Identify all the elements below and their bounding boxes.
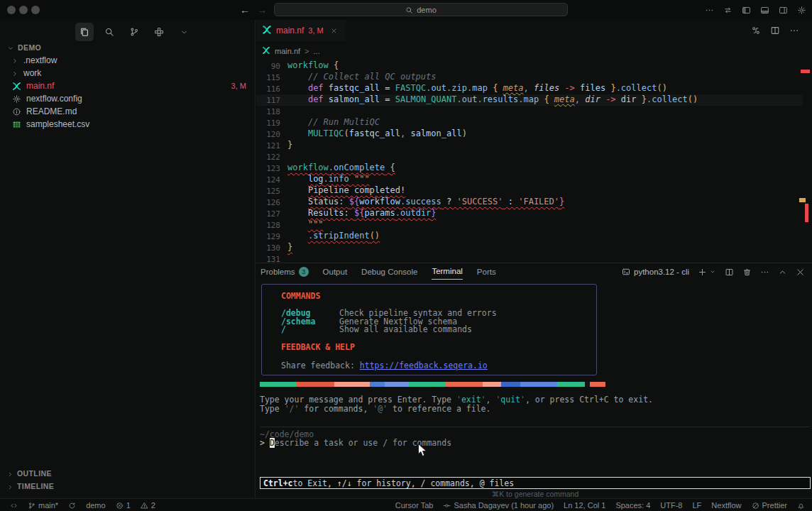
breadcrumb[interactable]: main.nf > ... [262,44,320,58]
bell-icon [797,500,805,510]
tree-item--nextflow[interactable]: .nextflow [0,54,256,67]
status-right-bell[interactable] [797,500,805,510]
command-description: Show all available commands [339,326,472,334]
code-line[interactable]: 115 // Collect all QC outputs [256,72,803,83]
code-line[interactable]: 119 // Run MultiQC [256,117,803,128]
chevron-down-small-icon[interactable] [709,266,716,276]
close-icon[interactable] [796,266,805,276]
tree-item-work[interactable]: work [0,67,256,79]
status-left-demo[interactable]: demo [86,501,106,510]
line-number: 117 [256,94,280,106]
status-right-ln-12-col-1[interactable]: Ln 12, Col 1 [564,501,605,510]
activity-extensions-icon[interactable] [150,23,168,41]
code-line[interactable]: 120 MULTIQC(fastqc_all, salmon_all) [256,128,803,140]
panel-tabs: Problems3OutputDebug ConsoleTerminalPort… [256,263,496,280]
tab-close-icon[interactable] [331,26,337,35]
customize-layout-icon[interactable] [797,5,806,15]
chevron-up-icon[interactable] [778,266,787,276]
error-squiggle: workflow.onComplete { [287,163,395,172]
layout-panel-icon[interactable] [760,5,769,15]
code-line[interactable]: 116 def fastqc_all = FASTQC.out.zip.map … [256,83,803,94]
panel-tab-terminal[interactable]: Terminal [432,263,462,280]
command-name[interactable]: /schema [281,318,339,326]
chevron-right-icon [11,68,18,78]
panel-tab-ports[interactable]: Ports [477,263,496,280]
code-line[interactable]: 124 log.info """ [256,174,803,185]
code-line[interactable]: 121} [256,140,803,151]
nextflow-logo-icon [262,25,272,37]
line-content: workflow { [287,60,339,72]
split-editor-icon[interactable] [725,266,734,276]
trash-icon[interactable] [742,266,752,276]
generate-command-hint: ⌘K to generate command [260,490,811,498]
command-name[interactable]: / [281,326,339,334]
code-line[interactable]: 127 Results: ${params.outdir} [256,208,803,219]
status-left-sync[interactable] [68,500,76,510]
status-right-sasha-dagayev-1-hour-ago[interactable]: Sasha Dagayev (1 hour ago) [443,500,554,510]
ellipsis-icon[interactable] [760,266,769,276]
status-left-2[interactable]: 2 [141,500,155,510]
search-value: demo [417,6,437,14]
feedback-row: Share feedback: https://feedback.seqera.… [281,361,596,370]
command-center-search[interactable]: demo [274,3,568,16]
panel-tab-problems[interactable]: Problems3 [260,263,309,280]
status-left-1[interactable]: 1 [116,500,131,510]
code-line[interactable]: 90workflow { [256,60,803,72]
history-back-icon[interactable]: ← [240,4,250,16]
tab-main-nf[interactable]: main.nf 3, M [256,20,346,41]
activity-source-control-icon[interactable] [125,23,143,41]
commit-icon [443,500,451,510]
traffic-light-minimize[interactable] [19,6,28,14]
swap-arrows-icon[interactable] [723,5,733,15]
status-right-nextflow[interactable]: Nextflow [711,501,741,510]
activity-files-icon[interactable] [75,23,94,41]
status-left-main[interactable]: main* [28,500,58,510]
line-content: workflow.onComplete { [287,163,395,174]
status-left: main*demo12 [10,499,155,511]
code-line[interactable]: 128 """ [256,219,803,231]
tree-item-main-nf[interactable]: main.nf3, M [0,79,256,92]
terminal-instance[interactable]: python3.12 - cli [622,267,689,276]
status-right-utf-8[interactable]: UTF-8 [660,501,682,510]
code-line[interactable]: 125 Pipeline completed! [256,185,803,197]
status-right-prettier[interactable]: Prettier [752,500,787,510]
status-right-lf[interactable]: LF [693,501,702,510]
code-line[interactable]: 129 .stripIndent() [256,231,803,242]
code-line[interactable]: 122 [256,151,803,163]
open-changes-icon[interactable] [751,26,761,36]
ellipsis-icon[interactable] [705,5,714,15]
assistant-help-box: COMMANDS /debugCheck pipeline syntax and… [261,284,597,375]
code-line[interactable]: 126 Status: ${workflow.success ? 'SUCCES… [256,197,803,208]
history-forward-icon[interactable]: → [257,4,267,16]
panel-tab-output[interactable]: Output [323,263,348,280]
code-line[interactable]: 130} [256,242,803,253]
activity-search-icon[interactable] [100,23,119,41]
ellipsis-icon[interactable] [789,26,799,36]
panel-tab-debug-console[interactable]: Debug Console [361,263,417,280]
status-left-remote[interactable] [10,500,18,510]
tree-item-nextflow-config[interactable]: nextflow.config [0,92,256,105]
status-right-cursor-tab[interactable]: Cursor Tab [395,501,434,510]
plus-icon[interactable] [698,266,707,276]
activity-chevron-down-icon[interactable] [175,23,193,41]
traffic-light-zoom[interactable] [31,6,40,14]
code-line[interactable]: 117 def salmon_all = SALMON_QUANT.out.re… [256,94,803,106]
code-line[interactable]: 118 [256,106,803,117]
sidebar-section-timeline[interactable]: TIMELINE [0,480,256,493]
tree-item-README-md[interactable]: README.md [0,105,256,118]
feedback-link[interactable]: https://feedback.seqera.io [360,361,488,370]
layout-secondary-icon[interactable] [779,5,788,15]
status-label: Ln 12, Col 1 [564,501,605,510]
tree-item-samplesheet-csv[interactable]: samplesheet.csv [0,118,256,131]
sync-icon [68,500,76,510]
hint-line: Type '/' for commands, '@' to reference … [260,405,653,414]
explorer-section-header[interactable]: DEMO [7,43,41,52]
split-editor-icon[interactable] [770,26,780,36]
status-right-spaces-4[interactable]: Spaces: 4 [615,501,650,510]
code-line[interactable]: 123workflow.onComplete { [256,163,803,174]
rainbow-segment [585,382,590,387]
sidebar-section-outline[interactable]: OUTLINE [0,467,256,480]
layout-sidebar-icon[interactable] [742,5,751,15]
code-viewport[interactable]: 90workflow {115 // Collect all QC output… [256,60,803,265]
traffic-light-close[interactable] [7,6,16,14]
